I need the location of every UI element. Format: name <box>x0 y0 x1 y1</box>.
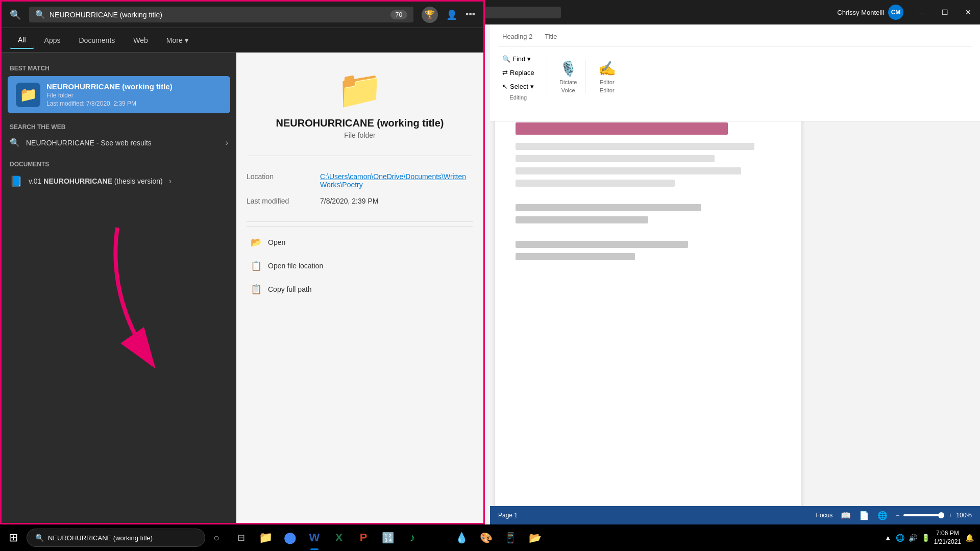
doc-item-0[interactable]: 📘 v.01 NEUROHURRICANE (thesis version) › <box>2 170 236 192</box>
taskbar-app-cortana[interactable]: ○ <box>205 524 228 551</box>
open-file-location-label: Open file location <box>268 262 323 270</box>
award-icon[interactable]: 🏆 <box>422 7 438 23</box>
location-row: Location C:\Users\camon\OneDrive\Documen… <box>247 168 473 193</box>
search-left-panel: Best match 📁 NEUROHURRICANE (working tit… <box>2 53 236 523</box>
editor-group-label: Editor <box>600 87 615 93</box>
read-view-icon[interactable]: 📖 <box>841 511 851 520</box>
taskview-icon: ⊟ <box>237 532 245 543</box>
tab-apps-label: Apps <box>44 36 61 44</box>
close-button[interactable]: ✕ <box>957 0 980 24</box>
find-icon: 🔍 <box>502 55 510 63</box>
ribbon-editor-group: ✍️ Editor Editor <box>598 60 616 93</box>
maximize-icon: ☐ <box>942 8 948 16</box>
voice-group-label: Voice <box>561 87 575 93</box>
ribbon-tab-title[interactable]: Title <box>541 31 561 42</box>
result-actions: 📂 Open 📋 Open file location 📋 Copy full … <box>247 226 473 305</box>
copy-full-path-action[interactable]: 📋 Copy full path <box>247 278 473 301</box>
tab-apps[interactable]: Apps <box>36 32 69 48</box>
ribbon-area: Heading 2 Title 🔍 Find ▾ ⇄ Replace ↖ Sel… <box>490 24 980 121</box>
result-divider-1 <box>247 156 473 156</box>
print-layout-icon[interactable]: 📄 <box>859 511 869 520</box>
search-right-panel: 📁 NEUROHURRICANE (working title) File fo… <box>236 53 483 523</box>
taskbar-app-powerpoint[interactable]: P <box>352 524 375 551</box>
replace-button[interactable]: ⇄ Replace <box>498 67 538 79</box>
tab-web[interactable]: Web <box>125 32 156 48</box>
start-icon: ⊞ <box>9 531 18 544</box>
doc-arrow: › <box>169 177 172 186</box>
modified-row: Last modified 7/8/2020, 2:39 PM <box>247 193 473 209</box>
status-bar-right: Focus 📖 📄 🌐 − + 100% <box>816 511 972 520</box>
taskbar-app-file-explorer[interactable]: 📁 <box>254 524 277 551</box>
phone-icon: 📱 <box>504 532 517 544</box>
overflow-menu-icon[interactable]: ••• <box>465 9 475 20</box>
tab-web-label: Web <box>133 36 148 44</box>
file-explorer2-icon: 📂 <box>529 532 542 544</box>
maximize-button[interactable]: ☐ <box>933 0 957 24</box>
taskbar-app-word[interactable]: W <box>303 524 326 551</box>
open-file-location-action[interactable]: 📋 Open file location <box>247 254 473 278</box>
web-layout-icon[interactable]: 🌐 <box>877 511 888 520</box>
zoom-slider[interactable] <box>903 514 944 516</box>
zoom-thumb <box>938 512 944 518</box>
user-info[interactable]: Chrissy Montelli CM <box>837 5 903 20</box>
editor-icon[interactable]: ✍️ <box>598 60 616 77</box>
tab-more[interactable]: More ▾ <box>158 32 197 48</box>
page-line-6 <box>516 216 648 223</box>
search-body: Best match 📁 NEUROHURRICANE (working tit… <box>2 53 483 523</box>
chevron-up-icon[interactable]: ▲ <box>885 534 892 542</box>
zoom-in-icon[interactable]: + <box>948 512 952 519</box>
start-button[interactable]: ⊞ <box>0 524 27 551</box>
taskbar-app-phone[interactable]: 📱 <box>499 524 522 551</box>
page-spacer2 <box>516 229 781 241</box>
speaker-icon[interactable]: 🔊 <box>909 534 917 542</box>
powerpoint-icon: P <box>360 531 368 544</box>
best-match-date: Last modified: 7/8/2020, 2:39 PM <box>46 100 222 107</box>
best-match-item[interactable]: 📁 NEUROHURRICANE (working title) File fo… <box>8 76 230 113</box>
taskbar-app-excel[interactable]: X <box>328 524 350 551</box>
replace-icon: ⇄ <box>502 69 508 77</box>
notification-icon[interactable]: 🔔 <box>965 534 974 542</box>
minimize-button[interactable]: — <box>910 0 933 24</box>
taskbar-app-taskview[interactable]: ⊟ <box>230 524 252 551</box>
network-icon[interactable]: 🌐 <box>896 534 904 542</box>
taskbar-clock[interactable]: 7:06 PM 1/21/2021 <box>934 529 961 546</box>
taskbar-app-onenote[interactable]: ◆ <box>426 524 448 551</box>
taskbar-search-box[interactable]: 🔍 NEUROHURRICANE (working title) <box>27 529 205 547</box>
location-value[interactable]: C:\Users\camon\OneDrive\Documents\Writte… <box>320 172 473 189</box>
select-button[interactable]: ↖ Select ▾ <box>498 81 538 92</box>
open-action[interactable]: 📂 Open <box>247 231 473 254</box>
zoom-out-icon[interactable]: − <box>896 512 899 519</box>
result-folder-icon: 📁 <box>337 68 383 111</box>
search-input[interactable] <box>50 11 386 19</box>
open-icon: 📂 <box>251 237 262 248</box>
tab-all-label: All <box>18 36 26 44</box>
person-icon[interactable]: 👤 <box>446 9 457 20</box>
tab-all[interactable]: All <box>10 32 34 49</box>
folder-icon: 📁 <box>16 83 40 107</box>
title-bar-right: Chrissy Montelli CM — ☐ ✕ <box>837 0 980 24</box>
dictate-icon[interactable]: 🎙️ <box>559 60 577 77</box>
focus-button[interactable]: Focus <box>816 512 833 519</box>
word-icon: W <box>309 531 320 544</box>
spotify-icon: ♪ <box>410 531 415 544</box>
tab-documents[interactable]: Documents <box>70 32 123 48</box>
search-logo: 🔍 <box>10 9 21 20</box>
ribbon-voice-group: 🎙️ Dictate Voice <box>559 60 586 93</box>
battery-icon[interactable]: 🔋 <box>921 534 930 542</box>
minimize-icon: — <box>918 8 925 16</box>
web-search-item[interactable]: 🔍 NEUROHURRICANE - See web results › <box>2 133 236 153</box>
taskbar-right: ▲ 🌐 🔊 🔋 7:06 PM 1/21/2021 🔔 <box>885 529 980 546</box>
page-line-1 <box>516 143 754 150</box>
taskbar-app-paint3d[interactable]: 🎨 <box>475 524 497 551</box>
taskbar-app-calculator[interactable]: 🔢 <box>377 524 399 551</box>
best-match-name: NEUROHURRICANE (working title) <box>46 82 222 91</box>
taskbar-app-paint[interactable]: 💧 <box>450 524 473 551</box>
taskbar-app-chrome[interactable]: ⬤ <box>279 524 301 551</box>
ribbon-tab-heading2[interactable]: Heading 2 <box>498 31 536 42</box>
editor-label: Editor <box>600 79 615 85</box>
taskbar-app-file-explorer2[interactable]: 📂 <box>524 524 546 551</box>
find-button[interactable]: 🔍 Find ▾ <box>498 53 535 65</box>
zoom-level: 100% <box>956 512 972 519</box>
taskbar-app-spotify[interactable]: ♪ <box>401 524 424 551</box>
search-input-bar[interactable]: 🔍 70 <box>29 7 413 22</box>
